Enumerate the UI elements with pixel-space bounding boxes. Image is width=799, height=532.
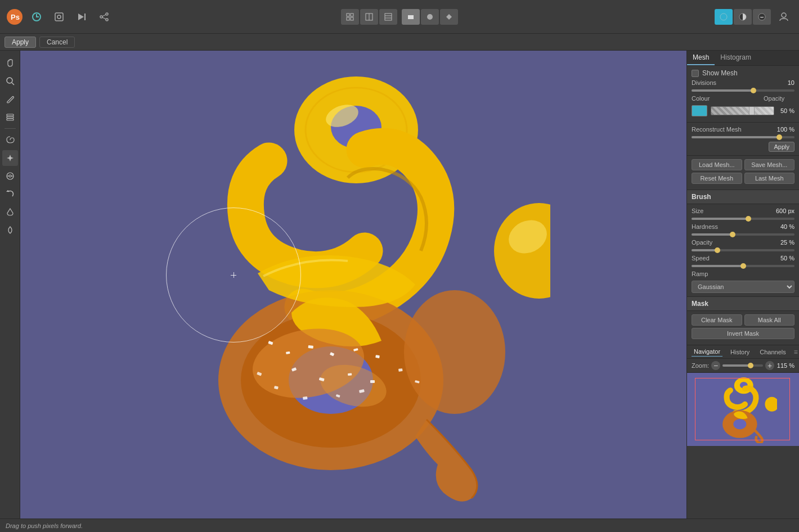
tab-history[interactable]: History [728,348,752,357]
size-row: Size 600 px [692,208,794,214]
clear-mask-button[interactable]: Clear Mask [692,314,742,326]
tool-flame[interactable] [2,222,18,238]
status-detail: to push pixels forward. [21,522,83,529]
brush-opacity-slider[interactable] [692,249,794,251]
tool-rotate[interactable] [2,186,18,202]
svg-point-23 [720,13,727,20]
hardness-thumb[interactable] [730,232,735,237]
grid-btn-2[interactable] [360,9,378,25]
brush-opacity-row: Opacity 25 % [692,239,794,246]
tool-drop[interactable] [2,204,18,220]
hardness-label: Hardness [692,223,722,230]
zoom-in-button[interactable]: + [765,361,774,370]
view-btn-circle[interactable] [421,9,439,25]
opacity-value: 50 % [778,107,794,114]
speed-thumb[interactable] [740,263,746,269]
divisions-slider-container [692,89,794,92]
invert-mask-button[interactable]: Invert Mask [692,328,794,339]
navigator-thumbnail [687,373,799,446]
tool-eyedrop[interactable] [2,91,18,107]
colour-swatch[interactable] [692,105,707,116]
zoom-thumb[interactable] [748,363,753,368]
grid-btn-3[interactable] [379,9,397,25]
opacity-thumb[interactable] [749,106,755,115]
show-mesh-label: Show Mesh [702,69,738,77]
divisions-slider[interactable] [692,89,794,92]
opacity-slider[interactable] [711,106,774,115]
size-fill [692,218,748,220]
reconstruct-thumb[interactable] [776,134,782,140]
action-bar: Apply Cancel [0,34,799,51]
brush-section-header[interactable]: Brush [687,190,799,204]
load-mesh-button[interactable]: Load Mesh... [692,159,742,170]
mesh-section: Show Mesh Divisions 10 Colour Opacity [687,66,799,123]
status-text: Drag to push pixels forward. [6,522,83,529]
opacity-label: Opacity [764,95,794,102]
apply-mesh-button[interactable]: Apply [769,142,794,152]
tool-smudge[interactable] [2,150,18,166]
grid-btn-group [341,9,397,25]
svg-rect-49 [308,345,313,349]
mask-section: Clear Mask Mask All Invert Mask [687,311,799,345]
svg-point-7 [100,16,102,18]
divisions-value: 10 [775,79,794,86]
brush-opacity-fill [692,249,717,251]
tool-spiral[interactable] [2,132,18,148]
svg-line-9 [102,15,106,16]
status-bar: Drag to push pixels forward. [0,519,799,532]
size-thumb[interactable] [746,216,751,222]
settings-btn[interactable] [51,8,68,25]
reconstruct-row: Reconstruct Mesh 100 % [692,126,794,133]
tab-histogram[interactable]: Histogram [715,51,757,65]
toolbar-center [131,9,668,25]
mask-all-button[interactable]: Mask All [744,314,795,326]
share-btn[interactable] [96,8,113,25]
zoom-slider[interactable] [722,364,763,367]
hardness-slider[interactable] [692,233,794,236]
tool-warp[interactable] [2,168,18,184]
view-btn-rect[interactable] [402,9,420,25]
refresh-btn[interactable] [28,8,45,25]
reconstruct-value: 100 % [775,126,794,133]
reconstruct-slider[interactable] [692,136,794,138]
mask-section-header[interactable]: Mask [687,297,799,311]
last-mesh-button[interactable]: Last Mesh [744,173,795,184]
size-slider[interactable] [692,218,794,220]
ramp-select[interactable]: Gaussian [692,281,794,293]
show-mesh-row: Show Mesh [692,69,794,77]
save-mesh-button[interactable]: Save Mesh... [744,159,795,170]
reconstruct-fill [692,136,779,138]
cancel-button[interactable]: Cancel [39,37,75,48]
brush-opacity-thumb[interactable] [715,247,720,253]
show-mesh-checkbox[interactable] [692,70,699,77]
svg-point-6 [106,13,108,15]
zoom-out-button[interactable]: − [711,361,720,370]
navigator-viewport-rect [695,378,790,440]
tab-mesh[interactable]: Mesh [687,51,715,65]
color-mode-btn-1[interactable] [715,9,733,25]
apply-button[interactable]: Apply [5,37,36,48]
svg-rect-13 [347,17,349,20]
tab-navigator[interactable]: Navigator [692,347,722,357]
tool-layers[interactable] [2,109,18,125]
skip-btn[interactable] [73,8,90,25]
brush-section: Size 600 px Hardness 40 % [687,204,799,297]
panel-menu-dots[interactable]: ≡ [794,348,798,356]
svg-rect-19 [385,13,392,20]
view-btn-diamond[interactable] [440,9,458,25]
tool-hand[interactable] [2,55,18,71]
svg-line-28 [12,83,14,85]
reset-mesh-button[interactable]: Reset Mesh [692,173,742,184]
colour-row: 50 % [692,105,794,116]
speed-slider[interactable] [692,265,794,267]
color-mode-btn-2[interactable] [734,9,752,25]
canvas-area[interactable] [20,51,686,519]
left-toolbar [0,51,20,519]
tab-channels[interactable]: Channels [757,348,788,357]
color-mode-btn-3[interactable] [753,9,771,25]
tool-zoom[interactable] [2,73,18,89]
divisions-thumb[interactable] [751,88,756,93]
grid-btn-1[interactable] [341,9,359,25]
user-btn[interactable] [775,8,792,25]
size-value: 600 px [775,208,794,214]
